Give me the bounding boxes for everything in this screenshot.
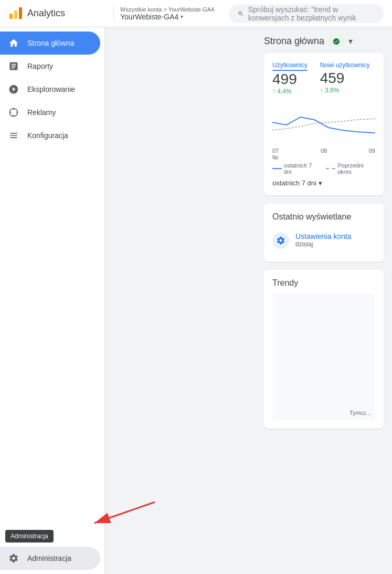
sidebar-bottom: Administracja Administracja [0,542,104,574]
sidebar-item-admin[interactable]: Administracja [0,547,100,570]
new-users-change: ↑ 3,8% [320,87,370,94]
trends-title: Trendy [272,278,298,288]
chevron-down-icon: ▾ [181,14,183,19]
top-header: Analytics Wszystkie konta > YourWebiste-… [0,0,392,27]
chart-legend: ostatnich 7 dni Poprzedni okres [272,162,375,175]
legend-last7: ostatnich 7 dni [272,162,317,175]
recently-item-date: dzisiaj [295,241,352,248]
status-badge [329,37,344,46]
new-users-label: Nowi użytkownicy [320,61,370,69]
sidebar-item-ads[interactable]: Reklamy [0,101,100,124]
date-label-09: 09 [369,148,375,160]
config-icon [8,130,19,141]
trends-content: Tymcz... [272,294,375,420]
sidebar-item-config-label: Konfiguracja [27,131,68,140]
users-label: Użytkownicy [272,61,308,69]
trends-card: Trendy Tymcz... [264,270,384,429]
account-selector[interactable]: Wszystkie konta > YourWebiste-GA4 YourWe… [113,6,220,21]
sidebar-item-ads-label: Reklamy [27,108,56,117]
recently-item-name: Ustawienia konta [295,232,352,241]
reports-icon [8,61,19,71]
sidebar-item-reports-label: Raporty [27,62,53,70]
admin-tooltip: Administracja [5,530,54,542]
sidebar-item-reports[interactable]: Raporty [0,55,100,78]
stats-chart [272,101,375,143]
svg-rect-0 [9,14,13,19]
sidebar-item-home[interactable]: Strona główna [0,32,100,55]
ads-icon [8,107,19,118]
recently-viewed-header: Ostatnio wyświetlane [272,212,375,222]
admin-gear-icon [8,553,19,563]
users-stat: Użytkownicy 499 ↑ 4,4% [272,61,308,95]
home-icon [8,38,19,48]
red-arrow-annotation [63,499,157,533]
legend-line-dashed [326,168,335,169]
main-content [105,27,256,574]
logo-area: Analytics [8,6,113,21]
recently-item-icon [272,232,289,249]
explore-icon [8,84,19,95]
sidebar-item-admin-label: Administracja [27,554,71,562]
sidebar-item-config[interactable]: Konfiguracja [0,124,100,147]
recently-viewed-item[interactable]: Ustawienia konta dzisiaj [272,228,375,253]
trends-header: Trendy [272,278,375,288]
app-title: Analytics [27,8,65,19]
svg-rect-2 [19,7,22,19]
analytics-logo-icon [8,6,23,21]
users-value: 499 [272,71,308,88]
date-label-07: 07lip [272,148,279,160]
legend-prev: Poprzedni okres [326,162,375,175]
right-panel: Strona główna ▾ Użytkownicy 499 ↑ 4,4% N… [256,27,392,574]
account-path: Wszystkie konta > YourWebiste-GA4 [120,6,214,13]
sidebar-item-home-label: Strona główna [27,39,75,47]
svg-line-4 [94,502,155,523]
legend-line-solid [272,168,282,169]
date-selector-chevron: ▾ [319,179,322,187]
new-users-stat: Nowi użytkownicy 459 ↑ 3,8% [320,61,370,95]
trends-note: Tymcz... [349,410,371,416]
main-layout: Strona główna Raporty Eksplorowanie [0,27,392,574]
new-users-value: 459 [320,70,370,87]
date-labels: 07lip 08 09 [272,148,375,160]
status-dropdown-button[interactable]: ▾ [348,36,353,46]
account-name: YourWebiste-GA4 ▾ [120,13,214,21]
date-label-08: 08 [321,148,327,160]
search-icon [238,9,243,18]
users-change: ↑ 4,4% [272,88,308,95]
date-selector[interactable]: ostatnich 7 dni ▾ [272,179,375,187]
recently-item-info: Ustawienia konta dzisiaj [295,232,352,248]
page-title: Strona główna [264,36,324,47]
stats-card: Użytkownicy 499 ↑ 4,4% Nowi użytkownicy … [264,53,384,195]
search-placeholder: Spróbuj wyszukać: "trend w konwersjach z… [248,5,375,22]
search-bar[interactable]: Spróbuj wyszukać: "trend w konwersjach z… [229,4,384,23]
sidebar-item-explore-label: Eksplorowanie [27,85,75,93]
recently-viewed-title: Ostatnio wyświetlane [272,212,351,222]
stats-row: Użytkownicy 499 ↑ 4,4% Nowi użytkownicy … [272,61,375,95]
svg-rect-1 [14,11,17,19]
recently-viewed-card: Ostatnio wyświetlane Ustawienia konta dz… [264,204,384,262]
sidebar: Strona główna Raporty Eksplorowanie [0,27,105,574]
sidebar-item-explore[interactable]: Eksplorowanie [0,78,100,101]
